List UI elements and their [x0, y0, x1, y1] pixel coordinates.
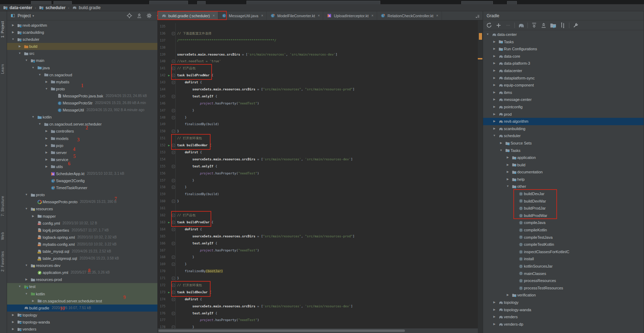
project-tree-row[interactable]: <>mybatis-config.xml2020/1/10 10:32, 3.2… — [7, 241, 157, 248]
fold-marker-icon[interactable]: - — [171, 114, 175, 121]
add-toolbar-icon[interactable] — [495, 22, 502, 28]
tree-expand-arrow-icon[interactable]: ▶ — [491, 111, 498, 118]
tree-expand-arrow-icon[interactable]: ▶ — [491, 306, 498, 314]
code-line[interactable]: 170 finalizedBy(bootJar) — [158, 268, 483, 275]
gradle-tree-row[interactable]: compileTestJava — [483, 234, 644, 241]
gradle-tree-row[interactable]: buildDevWar — [483, 198, 644, 205]
tree-expand-arrow-icon[interactable]: ▶ — [43, 142, 50, 149]
project-tree-row[interactable]: log4j.properties2020/5/27 11:37, 1.7 kB — [7, 227, 157, 234]
project-tree-row[interactable]: ▶mybatis — [7, 78, 157, 85]
tool-window-stripe-tab[interactable]: Learn — [1, 64, 5, 74]
code-line[interactable]: 173▶-task buildDevJar { — [158, 289, 483, 296]
tree-expand-arrow-icon[interactable]: ▶ — [17, 43, 23, 50]
gradle-tree-row[interactable]: buildProdWar — [483, 212, 644, 219]
tree-collapse-arrow-icon[interactable]: ▼ — [30, 114, 36, 121]
fold-marker-icon[interactable]: - — [171, 177, 175, 184]
tree-expand-arrow-icon[interactable]: ▶ — [491, 321, 498, 328]
locate-icon[interactable] — [126, 13, 132, 19]
gradle-tree-row[interactable]: ▶venders-dp — [483, 321, 644, 328]
gradle-tree-row[interactable]: ▼data-center — [483, 31, 644, 38]
tree-expand-arrow-icon[interactable]: ▶ — [491, 299, 498, 306]
project-tree-row[interactable]: ▼test — [7, 283, 157, 290]
project-tree-row[interactable]: ▶resources-prod — [7, 276, 157, 283]
code-line[interactable]: 143- doFirst { — [158, 79, 483, 86]
code-line[interactable]: 154 sourceSets.main.resources.srcDirs = … — [158, 156, 483, 163]
project-tree-row[interactable]: ▼scheduler — [7, 36, 157, 43]
tree-expand-arrow-icon[interactable]: ▶ — [491, 38, 498, 46]
fold-marker-icon[interactable]: - — [171, 79, 175, 86]
code-line[interactable]: 177 project.hasProperty("needTest") — [158, 317, 483, 324]
fold-marker-icon[interactable]: - — [171, 93, 175, 100]
tree-collapse-arrow-icon[interactable]: ▼ — [23, 57, 30, 64]
gradle-toolbar-icon[interactable] — [518, 22, 524, 28]
tree-collapse-arrow-icon[interactable]: ▼ — [23, 262, 30, 269]
close-tab-icon[interactable]: × — [213, 14, 215, 18]
code-line[interactable]: 152▶-task buildDevWar { — [158, 142, 483, 149]
refresh-toolbar-icon[interactable] — [486, 22, 492, 28]
editor-tab[interactable]: CRelationCheckController.kt× — [377, 11, 442, 20]
code-line[interactable]: 151// 打开发环境包 — [158, 135, 483, 142]
gradle-tree-row[interactable]: install — [483, 255, 644, 263]
gradle-tree-row[interactable]: inspectClassesForKotlinIC — [483, 248, 644, 256]
tree-expand-arrow-icon[interactable]: ▶ — [491, 103, 498, 111]
tree-expand-arrow-icon[interactable]: ▶ — [491, 313, 498, 321]
tree-collapse-arrow-icon[interactable]: ▼ — [43, 85, 50, 92]
run-task-gutter-icon[interactable]: ▶ — [167, 219, 171, 226]
editor-tab[interactable]: build.gradle (:scheduler)× — [158, 11, 218, 20]
fold-marker-icon[interactable]: - — [171, 128, 175, 135]
tree-expand-arrow-icon[interactable]: ▶ — [43, 135, 50, 142]
breadcrumb-item[interactable]: build.gradle — [72, 5, 101, 11]
gradle-tree-row[interactable]: processTestResources — [483, 284, 644, 292]
gradle-tree-row[interactable]: ▶help — [483, 176, 644, 183]
code-line[interactable]: 166- test.onlyIf { — [158, 240, 483, 247]
code-line[interactable]: 150-} — [158, 128, 483, 135]
project-tree-row[interactable]: application.yml2020/5/27 11:35, 3.26 kB — [7, 269, 157, 276]
gradle-tree-row[interactable]: ▶Source Sets — [483, 140, 644, 147]
project-tree-row[interactable]: ▶build — [7, 43, 157, 50]
tree-expand-arrow-icon[interactable]: ▶ — [491, 125, 498, 133]
tree-expand-arrow-icon[interactable]: ▶ — [491, 45, 498, 53]
project-tree-row[interactable]: ▼proto — [7, 85, 157, 92]
code-line[interactable]: 159 finalizedBy(build) — [158, 191, 483, 198]
gradle-tree-row[interactable]: compileTestKotlin — [483, 241, 644, 248]
code-line[interactable]: 164- doFirst { — [158, 226, 483, 233]
project-tree-row[interactable]: ▼kotlin — [7, 290, 157, 297]
project-tree-row[interactable]: CMessageUtil2020/4/26 15:23, 992 B A min… — [7, 107, 157, 114]
code-line[interactable]: 137/************************************… — [158, 37, 483, 44]
editor-tab[interactable]: CMessageUtil.java× — [218, 11, 267, 20]
code-line[interactable]: 145- test.onlyIf { — [158, 93, 483, 100]
project-tree-row[interactable]: ▼cn.sagacloud.server.scheduler — [7, 121, 157, 128]
tree-expand-arrow-icon[interactable]: ▶ — [43, 163, 50, 170]
gradle-tree-row[interactable]: ▶verification — [483, 292, 644, 299]
gradle-tree-row[interactable]: ▶equip-component — [483, 82, 644, 89]
project-tree-row[interactable]: ▶service — [7, 156, 157, 163]
gradle-tree-row[interactable]: mainClasses — [483, 270, 644, 277]
tree-expand-arrow-icon[interactable]: ▶ — [43, 78, 50, 85]
fold-marker-icon[interactable]: - — [171, 107, 175, 114]
project-tree-row[interactable]: ▼java — [7, 64, 157, 71]
project-tree-row[interactable]: ▶models — [7, 135, 157, 142]
project-tree-row[interactable]: YMLconfig.yml2020/1/10 10:32, 12 B — [7, 220, 157, 227]
tree-expand-arrow-icon[interactable]: ▶ — [30, 297, 36, 305]
code-line[interactable]: 165 sourceSets.main.resources.srcDirs = … — [158, 233, 483, 240]
fold-marker-icon[interactable]: - — [171, 30, 175, 37]
gradle-tree-row[interactable]: ▶prod — [483, 111, 644, 118]
fold-marker-icon[interactable]: - — [171, 65, 175, 72]
gradle-tree-row[interactable]: ▼other — [483, 183, 644, 190]
gradle-tree-row[interactable]: kotlinSourcesJar — [483, 263, 644, 270]
tree-expand-arrow-icon[interactable]: ▶ — [505, 161, 511, 169]
expand-all-toolbar-icon[interactable] — [531, 22, 537, 28]
project-tree-row[interactable]: CMessageProtoStr2020/4/26 15:23, 26.89 k… — [7, 100, 157, 107]
tree-expand-arrow-icon[interactable]: ▶ — [491, 60, 498, 67]
project-tree-row[interactable]: ▶pojo — [7, 142, 157, 149]
run-task-gutter-icon[interactable]: ▶ — [167, 289, 171, 296]
code-line[interactable]: 160-} — [158, 198, 483, 205]
code-line[interactable]: 158- } — [158, 184, 483, 191]
code-line[interactable]: 169- } — [158, 261, 483, 268]
project-tree-row[interactable]: SQLtable_postgresql.sql2020/4/26 15:23, … — [7, 255, 157, 262]
code-line[interactable]: 163▶-task buildProdJar { — [158, 219, 483, 226]
fold-marker-icon[interactable]: - — [171, 296, 175, 303]
project-tree-row[interactable]: SQLtable_mysql.sql2020/4/26 15:23, 2.52 … — [7, 248, 157, 255]
gradle-tree-row[interactable]: ▶venders — [483, 313, 644, 321]
close-tab-icon[interactable]: × — [371, 14, 374, 18]
